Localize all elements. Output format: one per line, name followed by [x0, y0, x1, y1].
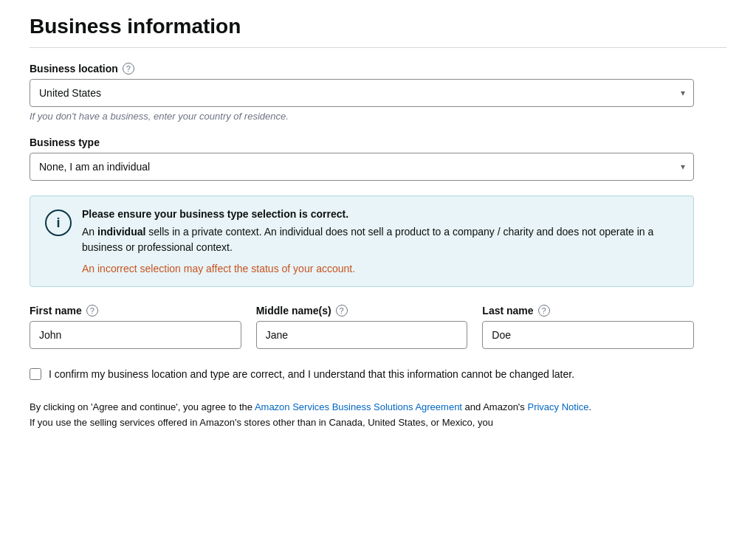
first-name-group: First name ?	[30, 305, 241, 349]
confirmation-checkbox-label: I confirm my business location and type …	[49, 367, 574, 382]
info-box-text: An individual sells in a private context…	[82, 224, 678, 255]
first-name-help-icon[interactable]: ?	[86, 305, 98, 317]
info-box-warning: An incorrect selection may affect the st…	[82, 263, 678, 274]
middle-name-label: Middle name(s) ?	[256, 305, 468, 317]
last-name-label: Last name ?	[482, 305, 694, 317]
legal-text-part2: and Amazon's	[462, 401, 527, 412]
info-box-bold-word: individual	[97, 226, 145, 238]
business-location-label: Business location ?	[30, 63, 694, 75]
info-box-title: Please ensure your business type selecti…	[82, 208, 678, 220]
last-name-label-text: Last name	[482, 305, 533, 317]
business-location-select-wrapper: United States Canada United Kingdom Mexi…	[30, 79, 694, 107]
info-icon: i	[45, 210, 72, 236]
page-title: Business information	[30, 15, 726, 48]
middle-name-group: Middle name(s) ?	[256, 305, 468, 349]
business-type-group: Business type None, I am an individual P…	[30, 136, 694, 181]
info-box-text-part2: sells in a private context. An individua…	[82, 226, 653, 253]
business-location-select[interactable]: United States Canada United Kingdom Mexi…	[30, 79, 694, 107]
confirmation-checkbox[interactable]	[30, 368, 41, 380]
business-solutions-agreement-link[interactable]: Amazon Services Business Solutions Agree…	[255, 401, 462, 412]
legal-text-part1: By clicking on 'Agree and continue', you…	[30, 401, 255, 412]
first-name-label: First name ?	[30, 305, 241, 317]
confirmation-checkbox-row: I confirm my business location and type …	[30, 367, 694, 382]
business-information-form: Business location ? United States Canada…	[30, 63, 694, 431]
business-location-group: Business location ? United States Canada…	[30, 63, 694, 122]
last-name-input[interactable]	[482, 321, 694, 349]
legal-text-part4: If you use the selling services offered …	[30, 417, 493, 428]
info-box: i Please ensure your business type selec…	[30, 196, 694, 287]
business-location-hint: If you don't have a business, enter your…	[30, 111, 694, 122]
legal-text-part3: .	[589, 401, 592, 412]
first-name-label-text: First name	[30, 305, 82, 317]
first-name-input[interactable]	[30, 321, 241, 349]
business-type-label-text: Business type	[30, 136, 100, 148]
name-fields-row: First name ? Middle name(s) ? Last name …	[30, 305, 694, 349]
info-box-content: Please ensure your business type selecti…	[82, 208, 678, 274]
business-type-label: Business type	[30, 136, 694, 148]
last-name-group: Last name ?	[482, 305, 694, 349]
middle-name-input[interactable]	[256, 321, 468, 349]
business-type-select[interactable]: None, I am an individual Privately owned…	[30, 153, 694, 181]
legal-text-block: By clicking on 'Agree and continue', you…	[30, 400, 694, 431]
last-name-help-icon[interactable]: ?	[538, 305, 550, 317]
business-location-label-text: Business location	[30, 63, 118, 75]
middle-name-help-icon[interactable]: ?	[336, 305, 348, 317]
business-type-select-wrapper: None, I am an individual Privately owned…	[30, 153, 694, 181]
privacy-notice-link[interactable]: Privacy Notice	[527, 401, 588, 412]
business-location-help-icon[interactable]: ?	[123, 63, 134, 75]
middle-name-label-text: Middle name(s)	[256, 305, 331, 317]
